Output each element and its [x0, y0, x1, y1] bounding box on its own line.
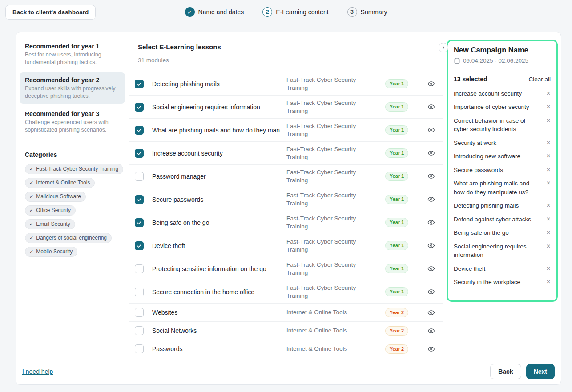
preview-eye-icon[interactable] [419, 288, 443, 296]
preview-eye-icon[interactable] [419, 327, 443, 335]
table-row[interactable]: Secure connection in the home office Fas… [129, 280, 443, 304]
table-row[interactable]: Increase account security Fast-Track Cyb… [129, 142, 443, 165]
lesson-checkbox[interactable] [135, 326, 144, 335]
lesson-checkbox[interactable] [135, 195, 144, 204]
remove-item-icon[interactable]: ✕ [546, 116, 551, 134]
remove-item-icon[interactable]: ✕ [546, 89, 551, 98]
stepper-step-name-and-dates[interactable]: ✓Name and dates [185, 7, 244, 17]
lesson-checkbox[interactable] [135, 80, 144, 88]
table-row[interactable]: What are phishing mails and how do they … [129, 119, 443, 142]
lesson-checkbox[interactable] [135, 172, 144, 181]
lesson-checkbox[interactable] [135, 126, 144, 135]
recommendation-item[interactable]: Recommended for year 2 Expand user skill… [20, 72, 125, 104]
table-row[interactable]: Social engineering requires information … [129, 96, 443, 119]
year-badge: Year 1 [385, 241, 408, 250]
category-chip[interactable]: ✓ Internet & Online Tools [25, 178, 95, 188]
lesson-category: Fast-Track Cyber Security Training [286, 99, 375, 115]
check-icon: ✓ [29, 208, 33, 213]
preview-eye-icon[interactable] [419, 265, 443, 272]
help-link[interactable]: I need help [22, 368, 53, 375]
next-button[interactable]: Next [526, 364, 555, 379]
lesson-name: Social engineering requires information [152, 104, 286, 111]
selected-lesson-name: Being safe on the go [454, 228, 509, 237]
table-row[interactable]: Being safe on the go Fast-Track Cyber Se… [129, 211, 443, 234]
lesson-checkbox[interactable] [135, 264, 144, 273]
category-chip[interactable]: ✓ Malicious Software [25, 192, 86, 202]
lessons-table[interactable]: Detecting phishing mails Fast-Track Cybe… [129, 72, 443, 358]
year-badge: Year 1 [385, 218, 408, 227]
table-row[interactable]: Detecting phishing mails Fast-Track Cybe… [129, 72, 443, 96]
collapse-panel-chevron-icon[interactable]: › [439, 43, 448, 52]
preview-eye-icon[interactable] [419, 219, 443, 226]
lesson-category: Fast-Track Cyber Security Training [286, 76, 375, 92]
remove-item-icon[interactable]: ✕ [546, 228, 551, 237]
selected-lesson-item: Defend against cyber attacks ✕ [454, 212, 551, 226]
table-row[interactable]: Password manager Fast-Track Cyber Securi… [129, 165, 443, 188]
category-chip[interactable]: ✓ Dangers of social engineering [25, 233, 112, 243]
date-range-text: 09.04.2025 - 02.06.2025 [463, 57, 528, 64]
stepper-step-e-learning-content[interactable]: 2E-Learning content [262, 7, 328, 17]
lesson-checkbox[interactable] [135, 218, 144, 227]
category-chip[interactable]: ✓ Mobile Security [25, 247, 77, 257]
year-badge-cell: Year 1 [375, 172, 419, 181]
table-row[interactable]: Secure passwords Fast-Track Cyber Securi… [129, 188, 443, 211]
lesson-checkbox[interactable] [135, 241, 144, 250]
lesson-checkbox[interactable] [135, 149, 144, 158]
preview-eye-icon[interactable] [419, 242, 443, 249]
preview-eye-icon[interactable] [419, 172, 443, 180]
preview-eye-icon[interactable] [419, 345, 443, 353]
selected-lesson-item: Importance of cyber security ✕ [454, 100, 551, 114]
recommendation-item[interactable]: Recommended for year 1 Best for new user… [20, 39, 125, 70]
year-badge-cell: Year 2 [375, 344, 419, 354]
table-row[interactable]: Passwords Internet & Online Tools Year 2 [129, 340, 443, 358]
lesson-category: Fast-Track Cyber Security Training [286, 122, 375, 138]
remove-item-icon[interactable]: ✕ [546, 166, 551, 175]
recommendation-title: Recommended for year 2 [25, 76, 120, 84]
year-badge: Year 2 [385, 308, 408, 317]
stepper-step-summary[interactable]: 3Summary [347, 7, 387, 17]
category-chip[interactable]: ✓ Email Security [25, 219, 75, 229]
selected-lesson-item: Detecting phishing mails ✕ [454, 199, 551, 213]
lesson-checkbox[interactable] [135, 103, 144, 112]
selected-lesson-item: Security in the workplace ✕ [454, 276, 551, 289]
category-chip[interactable]: ✓ Office Security [25, 205, 76, 216]
lesson-checkbox[interactable] [135, 344, 144, 353]
category-chip[interactable]: ✓ Fast-Track Cyber Security Training [25, 164, 123, 174]
remove-item-icon[interactable]: ✕ [546, 278, 551, 287]
clear-all-button[interactable]: Clear all [528, 76, 551, 83]
check-icon: ✓ [29, 194, 33, 200]
selected-lesson-name: Introducing new software [454, 152, 520, 161]
lesson-category: Internet & Online Tools [286, 327, 375, 335]
remove-item-icon[interactable]: ✕ [546, 103, 551, 112]
preview-eye-icon[interactable] [419, 149, 443, 157]
preview-eye-icon[interactable] [419, 80, 443, 88]
category-chip-list: ✓ Fast-Track Cyber Security Training ✓ I… [25, 164, 120, 257]
remove-item-icon[interactable]: ✕ [546, 215, 551, 224]
remove-item-icon[interactable]: ✕ [546, 139, 551, 148]
campaign-name: New Campaign Name [454, 46, 551, 54]
remove-item-icon[interactable]: ✕ [546, 201, 551, 210]
year-badge: Year 1 [385, 148, 408, 158]
lessons-panel: Select E-Learning lessons 31 modules Det… [129, 32, 443, 358]
recommendation-item[interactable]: Recommended for year 3 Challenge experie… [20, 106, 125, 137]
lesson-checkbox[interactable] [135, 308, 144, 317]
category-chip-label: Internet & Online Tools [36, 180, 90, 186]
remove-item-icon[interactable]: ✕ [546, 242, 551, 260]
remove-item-icon[interactable]: ✕ [546, 179, 551, 196]
table-row[interactable]: Social Networks Internet & Online Tools … [129, 322, 443, 340]
table-row[interactable]: Protecting sensitive information on the … [129, 257, 443, 280]
preview-eye-icon[interactable] [419, 103, 443, 111]
table-row[interactable]: Websites Internet & Online Tools Year 2 [129, 304, 443, 322]
preview-eye-icon[interactable] [419, 309, 443, 316]
remove-item-icon[interactable]: ✕ [546, 152, 551, 161]
back-button[interactable]: Back [490, 364, 521, 379]
campaign-date-range: 09.04.2025 - 02.06.2025 [454, 57, 551, 64]
preview-eye-icon[interactable] [419, 196, 443, 203]
table-row[interactable]: Device theft Fast-Track Cyber Security T… [129, 234, 443, 257]
remove-item-icon[interactable]: ✕ [546, 264, 551, 273]
lesson-checkbox[interactable] [135, 288, 144, 296]
step-label: E-Learning content [276, 8, 328, 16]
preview-eye-icon[interactable] [419, 126, 443, 134]
year-badge: Year 1 [385, 125, 408, 135]
lesson-name: Password manager [152, 173, 286, 180]
